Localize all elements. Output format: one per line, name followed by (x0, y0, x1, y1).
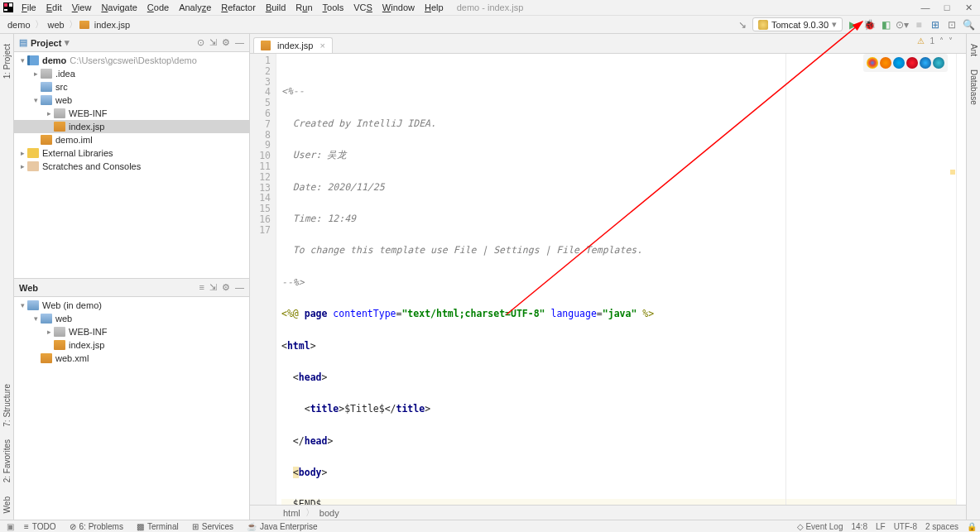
webtree-root[interactable]: Web (in demo) (42, 300, 102, 310)
lock-icon[interactable]: 🔒 (967, 522, 977, 531)
chevron-down-icon[interactable]: ˅ (949, 36, 953, 46)
browser-safari-icon[interactable] (893, 57, 905, 69)
menu-view[interactable]: View (67, 1, 97, 14)
hide-icon[interactable]: — (235, 282, 244, 293)
tree-expanded-icon[interactable]: ▾ (17, 301, 27, 309)
bb-javaee[interactable]: ☕ Java Enterprise (240, 522, 324, 531)
bb-terminal[interactable]: ▩ Terminal (130, 522, 185, 531)
tree-collapsed-icon[interactable]: ▸ (17, 149, 27, 157)
bb-todo[interactable]: ≡ TODO (17, 522, 63, 531)
tree-expanded-icon[interactable]: ▾ (31, 96, 41, 104)
close-icon[interactable]: ✕ (960, 2, 977, 13)
webtree-webxml[interactable]: web.xml (55, 353, 89, 363)
rail-web[interactable]: Web (1, 495, 13, 515)
bb-problems[interactable]: ⊘ 6: Problems (63, 522, 130, 531)
run-configuration-dropdown[interactable]: Tomcat 9.0.30 ▾ (752, 17, 843, 31)
chevron-down-icon[interactable]: ▾ (65, 37, 70, 48)
web-tool-header: Web ≡ ⇲ ⚙ — (14, 279, 249, 297)
bb-eventlog[interactable]: ◇ Event Log (797, 522, 843, 531)
search-everywhere-icon[interactable]: ⊡ (945, 18, 958, 31)
crumb-html[interactable]: html (283, 508, 300, 518)
rail-ant[interactable]: Ant (968, 42, 980, 58)
tree-idea[interactable]: .idea (55, 69, 75, 79)
tree-src[interactable]: src (55, 82, 68, 92)
menu-file[interactable]: File (17, 1, 41, 14)
menu-analyze[interactable]: Analyze (174, 1, 216, 14)
menu-help[interactable]: Help (420, 1, 449, 14)
code-area[interactable]: <%-- Created by IntelliJ IDEA. User: 吴龙 … (276, 54, 956, 505)
bb-services[interactable]: ⊞ Services (185, 522, 240, 531)
crumb-web[interactable]: web (46, 20, 67, 30)
tree-expanded-icon[interactable]: ▾ (17, 56, 27, 65)
rail-structure[interactable]: 7: Structure (1, 382, 13, 429)
select-opened-icon[interactable]: ⊙ (197, 37, 204, 48)
warning-stripe[interactable] (950, 170, 955, 175)
tree-ext-libs[interactable]: External Libraries (42, 148, 113, 158)
error-stripe[interactable] (956, 54, 966, 505)
webtree-index[interactable]: index.jsp (69, 340, 104, 350)
filter-icon[interactable]: ≡ (199, 282, 204, 293)
rail-database[interactable]: Database (968, 68, 980, 107)
tree-web[interactable]: web (55, 95, 72, 105)
crumb-body[interactable]: body (319, 508, 339, 518)
tree-scratch[interactable]: Scratches and Consoles (42, 161, 141, 171)
web-tree[interactable]: ▾Web (in demo) ▾web ▸WEB-INF index.jsp w… (14, 297, 249, 520)
coverage-icon[interactable]: ◧ (879, 18, 892, 31)
status-line-ending[interactable]: LF (876, 522, 886, 531)
menu-edit[interactable]: Edit (41, 1, 67, 14)
crumb-demo[interactable]: demo (5, 20, 33, 30)
browser-chrome-icon[interactable] (867, 57, 878, 69)
menu-refactor[interactable]: Refactor (216, 1, 261, 14)
rail-favorites[interactable]: 2: Favorites (1, 438, 13, 484)
tree-indexjsp[interactable]: index.jsp (69, 122, 104, 132)
tree-webinf[interactable]: WEB-INF (69, 108, 107, 118)
menu-run[interactable]: Run (291, 1, 317, 14)
tree-collapsed-icon[interactable]: ▸ (44, 109, 54, 117)
rail-project[interactable]: 1: Project (1, 42, 13, 80)
status-position[interactable]: 14:8 (851, 522, 867, 531)
run-icon[interactable]: ▶ (846, 18, 859, 31)
tool-windows-quick-icon[interactable]: ▣ (3, 522, 17, 531)
browser-opera-icon[interactable] (906, 57, 918, 69)
menu-build[interactable]: Build (261, 1, 291, 14)
project-tree[interactable]: ▾demoC:\Users\gcswei\Desktop\demo ▸.idea… (14, 52, 249, 278)
expand-all-icon[interactable]: ⇲ (209, 37, 217, 48)
gear-icon[interactable]: ⚙ (222, 37, 230, 48)
stop-icon[interactable]: ■ (912, 18, 925, 31)
git-icon[interactable]: ⊞ (929, 18, 942, 31)
browser-firefox-icon[interactable] (880, 57, 891, 69)
expand-all-icon[interactable]: ⇲ (209, 282, 217, 293)
menu-code[interactable]: Code (142, 1, 174, 14)
webtree-webinf[interactable]: WEB-INF (69, 327, 107, 337)
menu-tools[interactable]: Tools (318, 1, 349, 14)
status-encoding[interactable]: UTF-8 (894, 522, 917, 531)
tree-collapsed-icon[interactable]: ▸ (17, 162, 27, 170)
tree-root[interactable]: demo (42, 55, 66, 65)
profile-icon[interactable]: ⊙▾ (896, 18, 909, 31)
maximize-icon[interactable]: □ (939, 2, 955, 13)
svg-rect-1 (4, 3, 7, 7)
build-hammer-icon[interactable]: ↘ (736, 18, 749, 31)
editor-body[interactable]: 1234567891011121314151617 <%-- Created b… (250, 54, 966, 505)
webtree-web[interactable]: web (55, 314, 72, 324)
hide-icon[interactable]: — (235, 37, 244, 48)
menu-navigate[interactable]: Navigate (96, 1, 142, 14)
tab-close-icon[interactable]: × (319, 41, 324, 50)
crumb-file[interactable]: index.jsp (92, 20, 132, 30)
menu-window[interactable]: Window (377, 1, 420, 14)
tree-collapsed-icon[interactable]: ▸ (31, 69, 41, 78)
search-icon[interactable]: 🔍 (962, 18, 975, 31)
gear-icon[interactable]: ⚙ (222, 282, 230, 293)
tree-collapsed-icon[interactable]: ▸ (44, 328, 54, 336)
editor-tab-indexjsp[interactable]: index.jsp × (253, 37, 333, 53)
chevron-up-icon[interactable]: ˄ (939, 36, 944, 46)
browser-edge-icon[interactable] (933, 57, 944, 69)
tree-expanded-icon[interactable]: ▾ (31, 314, 41, 323)
minimize-icon[interactable]: — (917, 2, 934, 13)
inspection-widget[interactable]: ⚠1 ˄ ˅ (917, 36, 953, 46)
tree-demoiml[interactable]: demo.iml (55, 135, 93, 145)
browser-ie-icon[interactable] (920, 57, 931, 69)
menu-vcs[interactable]: VCS (348, 1, 377, 14)
debug-icon[interactable]: 🐞 (862, 18, 876, 31)
status-indent[interactable]: 2 spaces (925, 522, 958, 531)
